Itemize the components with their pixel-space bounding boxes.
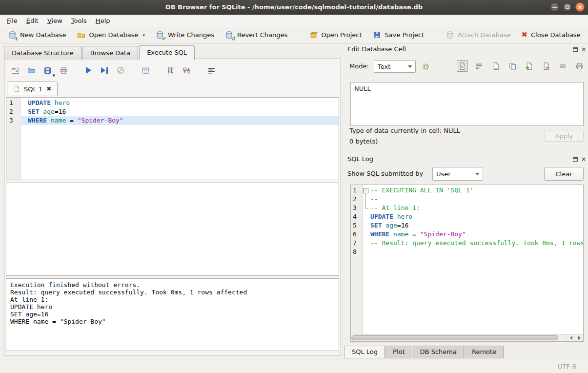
import-data-button[interactable] (524, 60, 535, 72)
results-grid[interactable] (6, 183, 339, 276)
tab-sql-1[interactable]: SQL 1 ✖ (7, 82, 58, 96)
new-database-label: New Database (20, 31, 66, 39)
scroll-left-button[interactable] (567, 334, 575, 341)
copy-cell-button[interactable] (507, 60, 518, 72)
tab-remote[interactable]: Remote (465, 346, 504, 358)
code-line: 7-- Result: query executed successfully.… (351, 239, 583, 248)
print-sql-button[interactable] (58, 64, 69, 76)
tab-plot[interactable]: Plot (385, 346, 412, 358)
word-wrap-toggle[interactable] (474, 60, 485, 72)
save-dropdown-caret-icon[interactable]: ▾ (52, 73, 55, 78)
new-database-button[interactable]: + New Database (4, 29, 70, 41)
copy-icon (508, 62, 517, 70)
tab-browse-data[interactable]: Browse Data (82, 46, 139, 60)
apply-button[interactable]: Apply (545, 130, 584, 142)
open-sql-new-tab-button[interactable] (9, 64, 21, 76)
tab-database-structure[interactable]: Database Structure (4, 46, 81, 60)
save-results-button[interactable] (140, 64, 151, 76)
open-database-button[interactable]: Open Database ▾ (73, 29, 149, 41)
log-filter-label: Show SQL submitted by (347, 170, 423, 177)
open-project-label: Open Project (321, 31, 362, 39)
align-left-icon (207, 66, 216, 75)
open-project-button[interactable]: Open Project (305, 29, 365, 41)
print-cell-button[interactable] (574, 60, 585, 72)
code-text (369, 248, 583, 256)
text-mode-toggle[interactable] (457, 60, 468, 72)
mode-select[interactable]: Text (374, 60, 416, 73)
tab-db-schema[interactable]: DB Schema (413, 346, 464, 358)
tab-execute-sql[interactable]: Execute SQL (139, 45, 195, 60)
export-data-button[interactable] (541, 60, 551, 72)
new-tab-icon (11, 66, 20, 75)
code-text: UPDATE hero (20, 99, 339, 107)
menu-tools[interactable]: Tools (67, 16, 91, 26)
execute-current-line-button[interactable] (99, 64, 110, 76)
menu-edit[interactable]: Edit (22, 16, 43, 26)
window-close-button[interactable]: × (575, 2, 585, 12)
menu-help[interactable]: Help (91, 16, 115, 26)
menubar: File Edit View Tools Help (0, 15, 588, 26)
mode-label: Mode: (349, 62, 369, 70)
open-database-label: Open Database (89, 31, 139, 39)
sql-log-code: 1-- EXECUTING ALL IN 'SQL 1'2--3-- At li… (351, 185, 583, 334)
open-project-icon (309, 31, 318, 40)
revert-changes-button[interactable]: ↺ Revert Changes (221, 29, 291, 41)
stop-execution-button[interactable] (115, 64, 126, 76)
play-icon (86, 67, 91, 74)
tab-sql-log[interactable]: SQL Log (345, 346, 385, 358)
cell-size-text: 0 byte(s) (349, 138, 378, 145)
sql-editor[interactable]: 1UPDATE hero2SET age=163WHERE name = "Sp… (6, 97, 339, 180)
window-maximize-button[interactable] (563, 2, 572, 12)
table-export-icon (142, 66, 150, 75)
scroll-right-button[interactable] (575, 334, 583, 341)
cell-value-editor[interactable]: NULL (350, 82, 584, 126)
menu-view[interactable]: View (43, 16, 67, 26)
float-panel-icon[interactable] (573, 157, 578, 162)
line-number: 2 (6, 107, 20, 116)
save-cell-button[interactable] (490, 60, 501, 72)
write-changes-label: Write Changes (168, 31, 214, 39)
close-panel-icon[interactable]: × (581, 156, 586, 162)
log-filter-value: User (436, 170, 451, 178)
save-project-button[interactable]: Save Project (369, 29, 428, 41)
window-minimize-button[interactable] (550, 2, 559, 12)
main-area: Database Structure Browse Data Execute S… (0, 44, 588, 359)
chevron-down-icon (475, 173, 479, 175)
code-text: -- (369, 195, 583, 204)
menu-file[interactable]: File (2, 16, 22, 26)
save-sql-file-button[interactable]: ▾ (41, 64, 53, 76)
line-number: 7 (351, 239, 363, 248)
import-icon (525, 62, 533, 70)
cell-type-text: Type of data currently in cell: NULL (349, 127, 460, 134)
set-null-button[interactable] (557, 60, 568, 72)
log-filter-select[interactable]: User (432, 167, 483, 181)
line-number: 1 (6, 99, 20, 107)
find-button[interactable] (164, 64, 176, 76)
cell-settings-button[interactable] (420, 61, 431, 72)
format-sql-button[interactable] (205, 64, 217, 76)
write-changes-button[interactable]: ✔ Write Changes (152, 29, 218, 41)
scrollbar-thumb[interactable] (351, 335, 558, 340)
float-panel-icon[interactable] (573, 47, 578, 52)
fold-marker-icon[interactable] (363, 186, 369, 195)
attach-database-button[interactable]: Attach Database (442, 29, 514, 41)
clear-log-button[interactable]: Clear (544, 167, 584, 181)
find-replace-button[interactable] (181, 64, 192, 76)
encoding-indicator[interactable]: UTF-8 (558, 363, 576, 370)
sql-log-panel-controls: × (573, 156, 586, 162)
sql-log-view[interactable]: 1-- EXECUTING ALL IN 'SQL 1'2--3-- At li… (350, 185, 584, 342)
code-line: 5SET age=16 (351, 221, 583, 230)
open-sql-file-button[interactable] (25, 64, 37, 76)
save-file-icon (43, 66, 52, 75)
dropdown-caret-icon[interactable]: ▾ (142, 33, 145, 38)
right-pane: Edit Database Cell × Mode: Text (345, 44, 588, 359)
horizontal-scrollbar[interactable] (351, 334, 583, 341)
fold-column (363, 204, 369, 212)
close-database-button[interactable]: ✖ Close Database (517, 29, 584, 41)
close-tab-icon[interactable]: ✖ (46, 85, 51, 92)
execution-message: Execution finished without errors. Resul… (6, 278, 339, 351)
execute-all-button[interactable] (82, 64, 94, 76)
close-panel-icon[interactable]: × (581, 46, 586, 52)
fold-column (363, 239, 369, 248)
write-changes-icon: ✔ (156, 31, 164, 40)
